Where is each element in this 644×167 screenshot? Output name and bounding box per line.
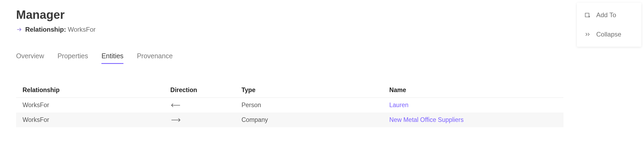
entity-link[interactable]: New Metal Office Suppliers	[389, 116, 464, 123]
col-header-direction: Direction	[164, 83, 235, 98]
cell-type: Company	[235, 112, 383, 127]
add-to-label: Add To	[596, 11, 616, 19]
col-header-type: Type	[235, 83, 383, 98]
entity-link[interactable]: Lauren	[389, 101, 409, 108]
add-to-icon	[584, 12, 591, 18]
tab-properties[interactable]: Properties	[57, 52, 88, 64]
collapse-button[interactable]: Collapse	[577, 25, 641, 44]
tabs: Overview Properties Entities Provenance	[16, 52, 628, 64]
svg-rect-3	[585, 13, 589, 17]
arrow-right-icon	[170, 117, 229, 123]
add-to-button[interactable]: Add To	[577, 5, 641, 25]
page-title: Manager	[16, 8, 628, 21]
tab-overview[interactable]: Overview	[16, 52, 44, 64]
arrow-left-icon	[170, 103, 229, 108]
collapse-label: Collapse	[596, 31, 621, 38]
cell-relationship: WorksFor	[16, 98, 164, 113]
action-panel: Add To Collapse	[577, 3, 641, 47]
relationship-summary: Relationship: WorksFor	[16, 26, 628, 33]
col-header-name: Name	[383, 83, 564, 98]
relationship-value: WorksFor	[68, 26, 96, 33]
table-row: WorksFor Company New Metal Office Suppli…	[16, 112, 564, 127]
cell-type: Person	[235, 98, 383, 113]
tab-entities[interactable]: Entities	[101, 52, 123, 64]
cell-relationship: WorksFor	[16, 112, 164, 127]
relationship-label: Relationship:	[25, 26, 66, 33]
tab-provenance[interactable]: Provenance	[137, 52, 173, 64]
cell-direction	[164, 112, 235, 127]
col-header-relationship: Relationship	[16, 83, 164, 98]
cell-direction	[164, 98, 235, 113]
arrow-right-icon	[16, 27, 22, 32]
table-row: WorksFor Person Lauren	[16, 98, 564, 113]
entities-table: Relationship Direction Type Name WorksFo…	[16, 83, 564, 127]
collapse-icon	[584, 31, 591, 38]
